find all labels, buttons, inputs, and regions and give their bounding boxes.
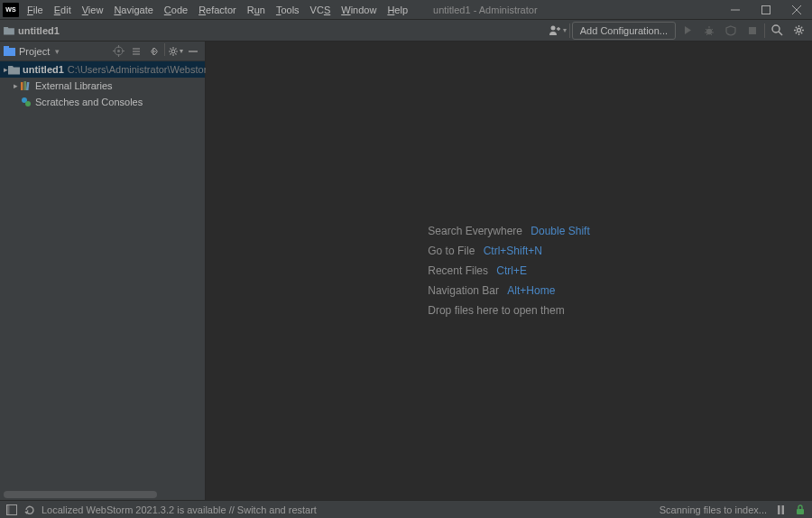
maximize-button[interactable] — [751, 0, 781, 20]
update-icon — [24, 504, 35, 515]
minimize-button[interactable] — [720, 0, 751, 20]
menubar: File Edit View Navigate Code Refactor Ru… — [22, 0, 413, 19]
play-icon — [683, 25, 693, 35]
svg-rect-18 — [778, 505, 780, 514]
stop-button[interactable] — [743, 22, 762, 40]
menu-window[interactable]: Window — [336, 0, 382, 20]
run-with-coverage-button[interactable] — [721, 22, 741, 40]
project-tool-header: Project ▾ ▾ — [0, 42, 205, 61]
main-split: Project ▾ ▾ — [0, 42, 812, 500]
menu-tools[interactable]: Tools — [271, 0, 305, 20]
hint-go-to-file: Go to File Ctrl+Shift+N — [428, 245, 589, 257]
chevron-right-icon: ▸ — [11, 81, 20, 90]
svg-point-15 — [25, 101, 31, 106]
app-logo: WS — [3, 3, 19, 17]
project-icon — [4, 46, 15, 56]
scratches-icon — [20, 97, 32, 107]
run-button[interactable] — [678, 22, 697, 40]
close-button[interactable] — [781, 0, 812, 20]
svg-rect-12 — [24, 81, 27, 90]
tree-node-label: untitled1 — [23, 64, 64, 75]
search-everywhere-button[interactable] — [767, 22, 787, 40]
scrollbar-thumb[interactable] — [4, 491, 157, 498]
svg-point-2 — [706, 28, 712, 33]
pause-icon — [777, 505, 785, 514]
target-icon — [113, 45, 125, 57]
hint-drop-files: Drop files here to open them — [428, 304, 589, 317]
menu-help[interactable]: Help — [382, 0, 413, 20]
navigation-toolbar: untitled1 ▾ Add Configuration... — [0, 20, 812, 42]
tree-root-node[interactable]: ▸ untitled1 C:\Users\Administrator\Webst… — [0, 61, 205, 78]
tree-external-libraries[interactable]: ▸ External Libraries — [0, 78, 205, 94]
project-tool-window: Project ▾ ▾ — [0, 42, 206, 500]
folder-icon — [8, 65, 20, 75]
svg-rect-0 — [762, 5, 770, 14]
project-view-selector[interactable]: Project ▾ — [4, 46, 60, 57]
close-icon — [792, 5, 801, 14]
svg-rect-20 — [797, 509, 804, 514]
chevron-down-icon: ▾ — [55, 47, 60, 56]
menu-refactor[interactable]: Refactor — [193, 0, 242, 20]
window-controls — [720, 0, 812, 20]
gear-icon — [793, 24, 805, 36]
lock-indicator[interactable] — [794, 504, 807, 516]
notifications-button[interactable] — [23, 504, 36, 516]
menu-navigate[interactable]: Navigate — [108, 0, 158, 20]
folder-icon — [4, 26, 14, 35]
separator — [164, 43, 165, 56]
gear-icon — [168, 46, 179, 57]
coverage-icon — [725, 25, 736, 36]
tree-node-label: Scratches and Consoles — [35, 97, 143, 107]
svg-rect-17 — [7, 504, 10, 514]
status-right: Scanning files to index... — [660, 504, 807, 516]
hint-search-everywhere: Search Everywhere Double Shift — [428, 225, 589, 237]
search-icon — [771, 24, 783, 36]
select-opened-file-button[interactable] — [110, 43, 126, 60]
menu-edit[interactable]: Edit — [49, 0, 77, 20]
tool-windows-button[interactable] — [5, 504, 18, 516]
svg-rect-6 — [4, 48, 15, 56]
horizontal-scrollbar[interactable] — [0, 491, 205, 500]
welcome-hints: Search Everywhere Double Shift Go to Fil… — [428, 217, 589, 324]
menu-vcs[interactable]: VCS — [305, 0, 337, 20]
menu-view[interactable]: View — [77, 0, 109, 20]
menu-code[interactable]: Code — [159, 0, 193, 20]
breadcrumb[interactable]: untitled1 — [4, 25, 60, 36]
add-configuration-button[interactable]: Add Configuration... — [572, 22, 676, 40]
svg-point-9 — [117, 50, 120, 52]
indexing-status[interactable]: Scanning files to index... — [660, 504, 767, 515]
tree-scratches[interactable]: Scratches and Consoles — [0, 94, 205, 110]
status-message[interactable]: Localized WebStorm 2021.3.2 is available… — [42, 504, 317, 515]
maximize-icon — [761, 5, 770, 14]
settings-button[interactable] — [789, 22, 808, 40]
status-bar: Localized WebStorm 2021.3.2 is available… — [0, 500, 812, 518]
expand-icon — [131, 46, 142, 57]
collapse-all-button[interactable] — [146, 43, 162, 60]
tree-node-label: External Libraries — [35, 80, 113, 91]
pause-indexing-button[interactable] — [774, 504, 787, 516]
library-icon — [20, 81, 32, 91]
menu-run[interactable]: Run — [242, 0, 271, 20]
menu-file[interactable]: File — [22, 0, 49, 20]
minimize-icon — [189, 47, 198, 56]
svg-rect-7 — [4, 46, 9, 49]
code-with-me-button[interactable]: ▾ — [548, 22, 567, 40]
hint-recent-files: Recent Files Ctrl+E — [428, 264, 589, 277]
debug-button[interactable] — [699, 22, 719, 40]
window-icon — [6, 504, 17, 515]
tool-settings-button[interactable]: ▾ — [167, 43, 183, 60]
status-left: Localized WebStorm 2021.3.2 is available… — [5, 504, 317, 516]
hide-tool-window-button[interactable] — [185, 43, 201, 60]
svg-rect-11 — [21, 82, 23, 90]
expand-all-button[interactable] — [128, 43, 144, 60]
collapse-icon — [149, 46, 160, 57]
toolbar-separator — [764, 23, 765, 38]
editor-empty-panel[interactable]: Search Everywhere Double Shift Go to Fil… — [206, 42, 812, 500]
project-tree[interactable]: ▸ untitled1 C:\Users\Administrator\Webst… — [0, 61, 205, 110]
svg-rect-19 — [781, 505, 784, 514]
svg-point-4 — [772, 25, 780, 32]
svg-point-1 — [550, 26, 555, 31]
toolbar-right: ▾ Add Configuration... — [548, 22, 808, 40]
svg-rect-13 — [26, 82, 29, 90]
svg-point-5 — [797, 29, 800, 32]
